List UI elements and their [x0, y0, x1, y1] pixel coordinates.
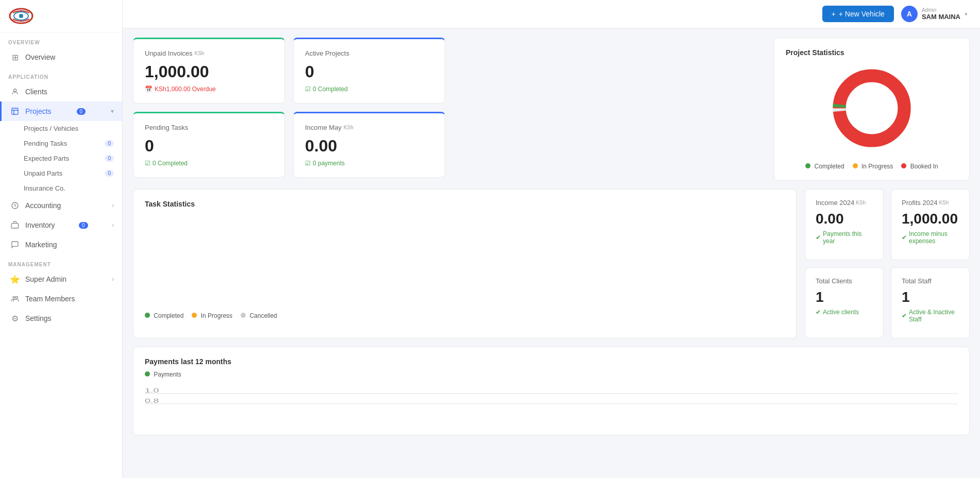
total-clients-value: 1 — [816, 289, 873, 305]
check-icon-income: ☑ — [305, 160, 311, 167]
income-may-sub: ☑ 0 payments — [305, 160, 433, 167]
pending-tasks-sub: ☑ 0 Completed — [145, 160, 273, 167]
clients-icon — [10, 87, 20, 97]
svg-rect-6 — [11, 224, 18, 228]
sidebar-item-projects[interactable]: Projects 0 ▾ — [0, 101, 122, 121]
total-clients-card: Total Clients 1 ✔ Active clients — [805, 267, 884, 338]
unpaid-invoices-title: Unpaid Invoices KSh — [145, 49, 273, 57]
overview-icon: ⊞ — [10, 52, 20, 62]
sub-unpaid-parts-label: Unpaid Parts — [24, 169, 62, 177]
sidebar-sub-insurance[interactable]: Insurance Co. — [0, 181, 122, 196]
donut-legend: Completed In Progress Booked In — [805, 163, 938, 170]
pending-tasks-value: 0 — [145, 136, 273, 156]
sidebar-item-clients-label: Clients — [25, 88, 47, 96]
sidebar-item-clients[interactable]: Clients — [0, 82, 122, 101]
unpaid-invoices-value: 1,000.00 — [145, 62, 273, 81]
bookedin-dot — [901, 163, 906, 168]
income-may-card: Income May KSh 0.00 ☑ 0 payments — [293, 112, 445, 178]
income-2024-value: 0.00 — [816, 211, 873, 227]
check-icon-active: ☑ — [305, 86, 311, 93]
sidebar-sub-projects-vehicles[interactable]: Projects / Vehicles — [0, 121, 122, 136]
profits-2024-value: 1,000.00 — [902, 211, 959, 227]
legend-inprogress: In Progress — [853, 163, 893, 170]
projects-arrow: ▾ — [111, 108, 114, 115]
active-projects-value: 0 — [305, 62, 433, 81]
accounting-arrow: › — [112, 202, 114, 209]
task-legend-cancelled: Cancelled — [241, 312, 277, 319]
project-statistics-card: Project Statistics Completed — [774, 38, 970, 181]
svg-text:0.8: 0.8 — [145, 398, 159, 404]
unpaid-invoices-sub: 📅 KSh1,000.00 Overdue — [145, 86, 273, 93]
legend-completed: Completed — [805, 163, 844, 170]
sidebar-sub-expected-parts[interactable]: Expected Parts 0 — [0, 151, 122, 166]
settings-icon: ⚙ — [10, 313, 20, 323]
user-chevron-icon: ▾ — [965, 11, 968, 18]
accounting-icon — [10, 200, 20, 211]
check-circle-clients: ✔ — [816, 309, 821, 316]
sidebar-sub-unpaid-parts[interactable]: Unpaid Parts 0 — [0, 166, 122, 181]
overview-section-label: OVERVIEW — [0, 32, 122, 47]
total-staff-card: Total Staff 1 ✔ Active & Inactive Staff — [891, 267, 970, 338]
sidebar-item-overview-label: Overview — [25, 53, 55, 61]
sidebar-item-overview[interactable]: ⊞ Overview — [0, 47, 122, 67]
sidebar-sub-pending-tasks[interactable]: Pending Tasks 0 — [0, 136, 122, 151]
svg-point-8 — [15, 296, 18, 298]
total-clients-title: Total Clients — [816, 277, 873, 285]
projects-badge: 0 — [77, 108, 86, 115]
svg-point-3 — [13, 89, 16, 92]
payments-card: Payments last 12 months Payments 1.0 0.8 — [133, 347, 970, 435]
unpaid-parts-badge: 0 — [105, 170, 114, 177]
check-circle-income: ✔ — [816, 234, 821, 241]
inventory-arrow: › — [112, 221, 114, 229]
legend-bookedin: Booked In — [901, 163, 938, 170]
sidebar-item-team-members[interactable]: Team Members — [0, 289, 122, 309]
svg-text:1.0: 1.0 — [145, 388, 159, 394]
donut-chart — [825, 62, 918, 155]
sidebar-item-settings[interactable]: ⚙ Settings — [0, 309, 122, 328]
income-2024-sub: ✔ Payments this year — [816, 230, 873, 245]
user-menu[interactable]: A Admin SAM MAINA ▾ — [901, 6, 968, 22]
profits-2024-title: Profits 2024 KSh — [902, 199, 959, 207]
task-statistics-title: Task Statistics — [145, 200, 785, 208]
pending-tasks-badge: 0 — [105, 140, 114, 147]
new-vehicle-plus: + — [832, 10, 836, 18]
new-vehicle-label: + New Vehicle — [839, 10, 885, 18]
sidebar-item-super-admin[interactable]: ⭐ Super Admin › — [0, 269, 122, 289]
active-projects-sub: ☑ 0 Completed — [305, 86, 433, 93]
sidebar-item-inventory[interactable]: Inventory 0 › — [0, 215, 122, 235]
payments-legend: Payments — [145, 371, 958, 378]
task-legend-inprogress: In Progress — [192, 312, 232, 319]
user-role: Admin — [922, 7, 960, 13]
income-may-title: Income May KSh — [305, 124, 433, 131]
sidebar-item-marketing[interactable]: Marketing — [0, 235, 122, 254]
check-circle-profits: ✔ — [902, 234, 907, 241]
svg-point-7 — [13, 296, 15, 298]
application-section-label: APPLICATION — [0, 67, 122, 82]
expected-parts-badge: 0 — [105, 155, 114, 162]
sub-pending-tasks-label: Pending Tasks — [24, 140, 67, 147]
sidebar-item-inventory-label: Inventory — [25, 221, 55, 229]
income-2024-card: Income 2024 KSh 0.00 ✔ Payments this yea… — [805, 189, 884, 260]
user-name: SAM MAINA — [922, 13, 960, 21]
active-projects-card: Active Projects 0 ☑ 0 Completed — [293, 38, 445, 104]
inprogress-dot — [853, 163, 858, 168]
task-cancelled-dot — [241, 313, 246, 318]
super-admin-arrow: › — [112, 276, 114, 283]
logo-icon — [8, 6, 34, 26]
payments-chart-area: 1.0 0.8 — [145, 383, 958, 424]
task-legend-completed: Completed — [145, 312, 183, 319]
active-projects-title: Active Projects — [305, 49, 433, 57]
topbar: + + New Vehicle A Admin SAM MAINA ▾ — [123, 0, 980, 28]
task-inprogress-dot — [192, 313, 197, 318]
sidebar-item-accounting[interactable]: Accounting › — [0, 196, 122, 215]
profits-2024-card: Profits 2024 KSh 1,000.00 ✔ Income minus… — [891, 189, 970, 260]
sidebar-item-team-members-label: Team Members — [25, 295, 75, 303]
unpaid-invoices-card: Unpaid Invoices KSh 1,000.00 📅 KSh1,000.… — [133, 38, 285, 104]
new-vehicle-button[interactable]: + + New Vehicle — [822, 6, 894, 22]
right-cards-grid: Income 2024 KSh 0.00 ✔ Payments this yea… — [805, 189, 970, 338]
check-circle-staff: ✔ — [902, 312, 907, 319]
logo-area — [0, 0, 122, 32]
sidebar-item-accounting-label: Accounting — [25, 201, 61, 210]
completed-dot — [805, 163, 810, 168]
super-admin-icon: ⭐ — [10, 274, 20, 284]
